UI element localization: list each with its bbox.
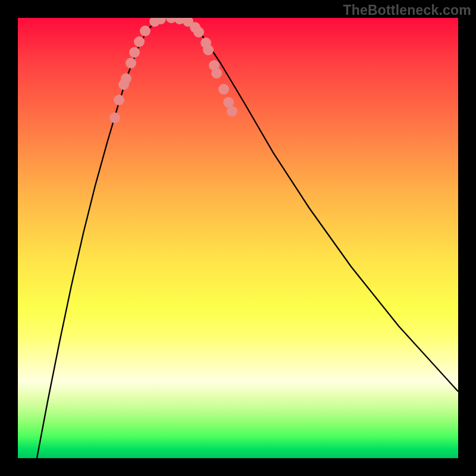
chart-svg — [18, 18, 458, 458]
watermark-text: TheBottleneck.com — [343, 2, 471, 18]
data-dot — [109, 112, 120, 123]
bottleneck-curve — [37, 18, 458, 458]
data-dot — [126, 58, 136, 68]
data-dot — [227, 106, 237, 117]
data-dot — [134, 36, 145, 47]
data-dot — [193, 27, 204, 37]
plot-area — [18, 18, 458, 458]
data-dot — [121, 73, 131, 84]
data-dot — [140, 26, 151, 36]
data-dot — [203, 45, 214, 55]
data-dot — [218, 84, 229, 95]
data-dot — [129, 47, 140, 58]
data-dot — [211, 68, 222, 79]
data-dot — [114, 95, 124, 105]
